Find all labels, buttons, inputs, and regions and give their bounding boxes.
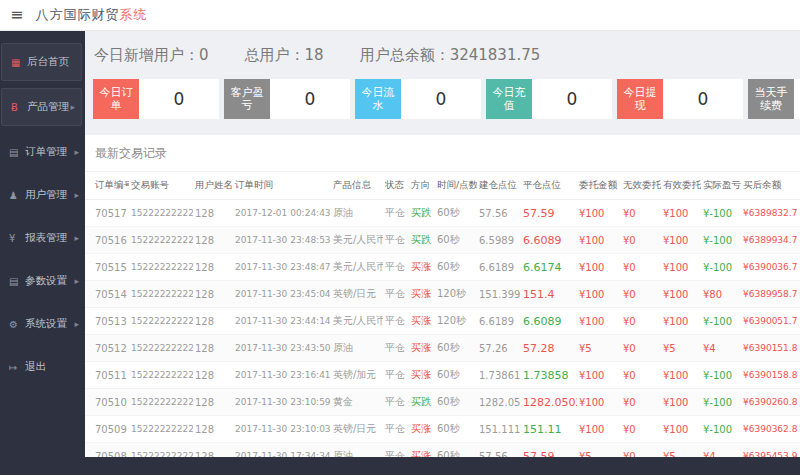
table-cell: ¥-100 [701, 227, 741, 254]
table-cell: ¥100 [661, 254, 701, 281]
table-cell: ¥-100 [701, 416, 741, 443]
table-cell: 买跌 [409, 200, 435, 227]
table-cell: ¥100 [577, 389, 621, 416]
table-cell: 128 [193, 389, 233, 416]
summary-stat-label: 总用户： [245, 46, 305, 64]
table-cell: 6.5989 [477, 227, 521, 254]
table-cell: 70510 [85, 389, 129, 416]
table-cell: ¥5 [577, 443, 621, 458]
table-cell: ¥100 [577, 254, 621, 281]
table-cell: 黄金 [331, 389, 383, 416]
table-cell: 128 [193, 200, 233, 227]
column-header: 委托金额 [577, 172, 621, 200]
table-cell: 57.56 [477, 200, 521, 227]
app-title-accent: 系统 [119, 7, 147, 22]
table-cell: 6.6089 [521, 227, 577, 254]
table-cell: 57.28 [521, 335, 577, 362]
table-cell: ¥0 [621, 254, 661, 281]
table-cell: 15222222222 [129, 308, 193, 335]
table-cell: 60秒 [435, 416, 477, 443]
table-cell: 买涨 [409, 254, 435, 281]
table-cell: ¥5 [577, 335, 621, 362]
users-icon: ♟ [9, 190, 23, 201]
table-cell: 151.111 [477, 416, 521, 443]
table-cell: 6.6174 [521, 254, 577, 281]
app-title: 八方国际财贸系统 [35, 6, 147, 24]
stat-box-today-withdrawal: 今日提现0 [617, 79, 743, 119]
hamburger-menu-icon[interactable]: ≡ [10, 7, 23, 23]
table-body: 70517152222222221282017-12-01 00:24:43原油… [85, 200, 800, 458]
summary-stat-value: 3241831.75 [450, 46, 541, 64]
table-cell: 英镑/日元 [331, 416, 383, 443]
summary-stat-2: 用户总余额：3241831.75 [360, 46, 541, 65]
table-cell: 60秒 [435, 335, 477, 362]
table-cell: ¥0 [621, 227, 661, 254]
table-cell: ¥6390260.8 [741, 389, 800, 416]
table-cell: 平仓 [383, 416, 409, 443]
table-cell: ¥6390151.8 [741, 335, 800, 362]
product-icon: Ƀ [11, 102, 25, 113]
table-cell: 60秒 [435, 254, 477, 281]
table-cell: 买跌 [409, 389, 435, 416]
table-cell: 6.6189 [477, 254, 521, 281]
table-row: 70508152222222221282017-11-30 17:34:34原油… [85, 443, 800, 458]
table-cell: ¥6395453.9 [741, 443, 800, 458]
table-cell: 15222222222 [129, 227, 193, 254]
sidebar-item-params[interactable]: ▤参数设置▸ [0, 262, 85, 300]
table-cell: ¥100 [577, 200, 621, 227]
sidebar-item-home[interactable]: ▦后台首页 [1, 43, 82, 81]
table-cell: 美元/人民币 [331, 254, 383, 281]
table-cell: 151.399 [477, 281, 521, 308]
table-cell: 英镑/加元 [331, 362, 383, 389]
table-cell: 买涨 [409, 335, 435, 362]
reports-icon: ¥ [9, 233, 23, 244]
table-cell: 128 [193, 308, 233, 335]
app-title-main: 八方国际财贸 [35, 7, 119, 22]
table-cell: 平仓 [383, 389, 409, 416]
column-header: 有效委托 [661, 172, 701, 200]
stat-box-label: 今日流水 [355, 79, 401, 119]
table-cell: 美元/人民币 [331, 308, 383, 335]
table-cell: 2017-11-30 23:45:04 [233, 281, 331, 308]
sidebar-item-label: 退出 [25, 360, 46, 374]
table-cell: 买涨 [409, 308, 435, 335]
sidebar-item-product[interactable]: Ƀ产品管理▸ [1, 88, 82, 126]
stat-box-value: 0 [139, 79, 219, 119]
sidebar-item-user[interactable]: ♟用户管理▸ [0, 176, 85, 214]
summary-stat-label: 今日新增用户： [94, 46, 199, 64]
table-cell: 128 [193, 362, 233, 389]
sidebar-item-label: 系统设置 [25, 317, 67, 331]
table-cell: 2017-11-30 23:10:59 [233, 389, 331, 416]
sidebar-menu: ▦后台首页Ƀ产品管理▸▤订单管理▸♟用户管理▸¥报表管理▸▤参数设置▸⚙系统设置… [0, 31, 85, 386]
sidebar-item-order[interactable]: ▤订单管理▸ [0, 133, 85, 171]
table-cell: ¥-100 [701, 389, 741, 416]
column-header: 订单编号 [85, 172, 129, 200]
params-icon: ▤ [9, 276, 23, 287]
column-header: 产品信息 [331, 172, 383, 200]
table-cell: ¥100 [577, 281, 621, 308]
summary-stats: 今日新增用户：0总用户：18用户总余额：3241831.75 [85, 31, 800, 65]
gears-icon: ⚙ [9, 319, 23, 330]
table-cell: ¥6390051.7 [741, 308, 800, 335]
table-cell: ¥100 [661, 308, 701, 335]
table-cell: 128 [193, 416, 233, 443]
table-cell: ¥100 [661, 227, 701, 254]
column-header: 平仓点位 [521, 172, 577, 200]
sidebar-item-label: 参数设置 [25, 274, 67, 288]
stat-box-value: 0 [401, 79, 481, 119]
sidebar-item-system[interactable]: ⚙系统设置▸ [0, 305, 85, 343]
column-header: 状态 [383, 172, 409, 200]
table-row: 70509152222222221282017-11-30 23:10:03英镑… [85, 416, 800, 443]
logout-icon: ↦ [9, 362, 23, 373]
table-cell: 6.6089 [521, 308, 577, 335]
table-cell: 60秒 [435, 227, 477, 254]
table-cell: 1.73858 [521, 362, 577, 389]
table-cell: 60秒 [435, 362, 477, 389]
table-cell: 买跌 [409, 227, 435, 254]
sidebar-item-report[interactable]: ¥报表管理▸ [0, 219, 85, 257]
stat-box-label: 今日充值 [486, 79, 532, 119]
table-cell: ¥100 [661, 389, 701, 416]
stat-boxes-row: 今日订单0客户盈亏0今日流水0今日充值0今日提现0当天手续费 [93, 79, 800, 119]
sidebar-item-logout[interactable]: ↦退出 [0, 348, 85, 386]
table-cell: 2017-11-30 23:44:14 [233, 308, 331, 335]
